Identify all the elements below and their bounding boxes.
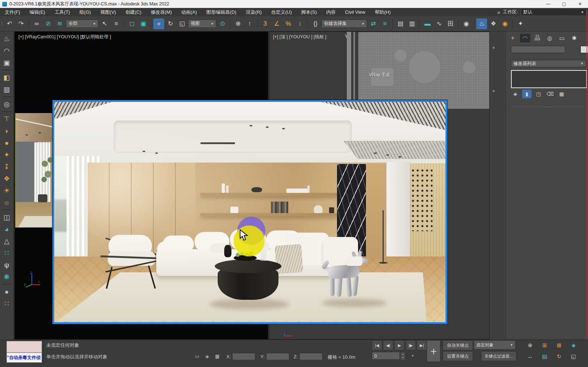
mirror-icon[interactable]: ⇄ — [368, 18, 379, 29]
selection-filter-dropdown[interactable]: 全部▼ — [66, 20, 98, 28]
isolate-selection-icon[interactable]: ▭ — [193, 352, 201, 360]
menu-item[interactable]: 内容 — [321, 8, 340, 16]
vray-proxy-icon[interactable]: ◫ — [1, 211, 13, 223]
angle-snap-icon[interactable]: ∠ — [271, 18, 282, 29]
selection-lock-icon[interactable]: ◈ — [203, 352, 211, 360]
vray-displacement-icon[interactable]: △ — [1, 235, 13, 247]
vray-browser-icon[interactable]: ▣ — [1, 57, 13, 69]
bind-to-space-warp-icon[interactable]: ≋ — [54, 18, 65, 29]
vray-dome-icon[interactable]: ◠ — [1, 45, 13, 57]
ribbon-toggle-icon[interactable]: ▬ — [422, 18, 433, 29]
frame-spinner[interactable]: ▴▾ — [400, 352, 406, 360]
camera-lister-icon[interactable]: ▥ — [1, 83, 13, 95]
redo-icon[interactable]: ↷ — [16, 18, 26, 29]
vray-fur-icon[interactable]: ψ — [1, 259, 13, 271]
vray-mesh-light-icon[interactable]: ❖ — [1, 173, 13, 185]
undo-icon[interactable]: ↶ — [4, 18, 15, 29]
next-frame-icon[interactable]: |▶ — [405, 340, 416, 350]
workspace-dropdown[interactable]: 默认 ▼ — [521, 8, 587, 16]
menu-item[interactable]: 脚本(S) — [297, 8, 321, 16]
zoom-extents-locked-icon[interactable]: ⊠ — [553, 340, 566, 350]
snaps-toggle-icon[interactable]: 3 — [260, 18, 270, 29]
tab-modify[interactable]: ◠ — [519, 33, 531, 43]
select-and-rotate-icon[interactable]: ↻ — [165, 18, 176, 29]
light-lister-icon[interactable]: ◧ — [1, 72, 13, 83]
modifier-stack-box[interactable] — [511, 70, 587, 88]
spinner-snap-icon[interactable]: ↕ — [294, 18, 305, 29]
render-production-icon[interactable]: ◉ — [499, 18, 510, 29]
walk-icon[interactable]: ▤ — [538, 351, 551, 361]
percent-snap-icon[interactable]: % — [283, 18, 294, 29]
vray-sphere-icon[interactable]: ● — [1, 286, 13, 298]
remove-modifier-icon[interactable]: ⌫ — [545, 90, 555, 98]
vray-volume-grid-icon[interactable]: ❋ — [1, 271, 13, 283]
go-to-end-icon[interactable]: ▶| — [417, 340, 427, 350]
menu-item[interactable]: 组(G) — [75, 8, 96, 16]
menu-item[interactable]: 修改器(M) — [146, 8, 177, 16]
title-bar[interactable]: 0-2023-VR6.1极简原木风客厅表现-YOUYOU-CS.max - Au… — [0, 0, 588, 8]
macro-recorder-box[interactable] — [7, 341, 42, 353]
maximize-viewport-icon[interactable]: ◱ — [567, 351, 580, 361]
select-and-scale-icon[interactable]: ◱ — [176, 18, 187, 29]
menu-item[interactable]: Civil View — [340, 8, 370, 16]
menu-item[interactable]: 渲染(R) — [241, 8, 267, 16]
y-coordinate-field[interactable] — [266, 353, 289, 360]
object-name-field[interactable] — [511, 46, 565, 53]
transform-gizmo-icon[interactable]: ▦ — [213, 352, 221, 360]
tab-display[interactable]: ▭ — [556, 33, 568, 43]
zoom-icon[interactable]: ⊕ — [524, 340, 537, 350]
key-selection-dropdown[interactable]: 选定对象 ▼ — [474, 340, 516, 350]
menu-item[interactable]: 动画(A) — [176, 8, 201, 16]
use-pivot-center-icon[interactable]: ⊙ — [217, 18, 228, 29]
mini-listener-box[interactable]: "自动杀毒文件侦 — [7, 353, 42, 363]
align-icon[interactable]: ≡ — [379, 18, 390, 29]
auto-key-button[interactable]: 自动关键点 — [443, 340, 473, 350]
render-frame-window[interactable] — [52, 100, 447, 324]
tab-hierarchy[interactable]: 品 — [532, 33, 543, 43]
rendered-frame-icon[interactable]: ❖ — [488, 18, 499, 29]
select-by-name-icon[interactable]: ≡ — [111, 18, 122, 29]
play-icon[interactable]: ▶ — [394, 340, 405, 350]
menu-item[interactable]: 编辑(E) — [25, 8, 50, 16]
set-key-button[interactable]: 设置关键点 — [443, 351, 473, 361]
vray-geo-light-icon[interactable]: ✦ — [1, 149, 13, 161]
tab-utilities[interactable]: ✱ — [568, 33, 580, 43]
configure-modifier-sets-icon[interactable]: ▦ — [557, 90, 566, 98]
reference-coordinate-dropdown[interactable]: 视图▼ — [188, 20, 216, 28]
rectangular-selection-icon[interactable]: ◻ — [126, 18, 137, 29]
vray-disc-light-icon[interactable]: ↧ — [1, 161, 13, 173]
select-and-manipulate-icon[interactable]: ⊕ — [233, 18, 243, 29]
vray-color-dots-icon[interactable]: ∷ — [1, 298, 13, 310]
named-selection-set-field[interactable]: 创建选择集▼ — [321, 20, 367, 28]
select-and-place-icon[interactable]: ↑ — [244, 18, 255, 29]
make-unique-icon[interactable]: ◳ — [534, 90, 543, 98]
vray-teapot-icon[interactable]: ♨ — [1, 33, 13, 45]
pin-stack-icon[interactable]: ◈ — [511, 90, 520, 98]
material-editor-icon[interactable]: ◉ — [461, 18, 472, 29]
modifier-list-dropdown[interactable]: 修改器列表 ▼ — [511, 60, 586, 67]
select-and-link-icon[interactable]: ∞ — [31, 18, 42, 29]
close-button[interactable]: ✕ — [572, 0, 588, 8]
tab-motion[interactable]: ◎ — [544, 33, 555, 43]
zoom-all-locked-icon[interactable]: ⊞ — [538, 340, 551, 350]
physical-camera-icon[interactable]: ◎ — [1, 98, 13, 110]
vray-sun-icon[interactable]: ☀ — [1, 185, 13, 197]
top-viewport-label[interactable]: [+] [顶 ] [YOUYOU ] [线框 ] — [273, 34, 327, 40]
orbit-icon[interactable]: ↻ — [553, 351, 566, 361]
pan-icon[interactable]: ↔ — [524, 351, 537, 361]
render-cloud-icon[interactable]: ✦ — [515, 18, 526, 29]
toolbar-grip[interactable]: ⁞ — [1, 21, 3, 26]
vray-clipper-icon[interactable]: ◕ — [1, 223, 13, 235]
vray-dome-light-icon[interactable]: ◗ — [1, 125, 13, 137]
scene-explorer-icon[interactable]: ▤ — [395, 18, 406, 29]
menu-item[interactable]: 帮助(H) — [370, 8, 395, 16]
vray-sphere-light-icon[interactable]: ● — [1, 137, 13, 149]
time-configuration-icon[interactable]: ◔ — [408, 352, 417, 360]
vray-plane-light-icon[interactable]: ⊤ — [1, 113, 13, 125]
go-to-start-icon[interactable]: |◀ — [372, 340, 382, 350]
camera-viewport-label[interactable]: [+] [VRayCam001] [YOUYOU] [默认明暗处理 ] — [18, 34, 111, 40]
key-filters-button[interactable]: 关键点过滤器... — [481, 351, 516, 361]
select-object-icon[interactable]: ↖ — [99, 18, 110, 29]
current-frame-field[interactable]: 0 — [372, 352, 400, 360]
tab-create[interactable]: ＋ — [507, 33, 519, 43]
